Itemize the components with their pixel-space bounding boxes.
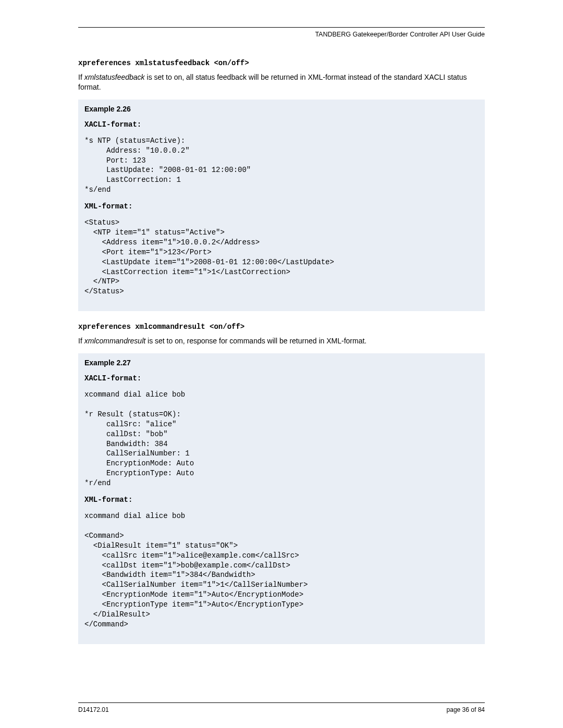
page-header: TANDBERG Gatekeeper/Border Controller AP… (78, 31, 485, 38)
footer-doc-id: D14172.01 (78, 706, 109, 713)
footer-page-number: page 36 of 84 (447, 706, 485, 713)
example-26-title: Example 2.26 (84, 105, 479, 113)
paragraph-2: If xmlcommandresult is set to on, respon… (78, 336, 485, 346)
example-27-xacli-code: xcommand dial alice bob *r Result (statu… (84, 390, 479, 488)
paragraph-2-suffix: is set to on, response for commands will… (145, 337, 366, 345)
paragraph-1-italic: xmlstatusfeedback (84, 73, 145, 81)
example-27-title: Example 2.27 (84, 359, 479, 367)
header-rule (78, 27, 485, 28)
example-27-box: Example 2.27 XACLI-format: xcommand dial… (78, 353, 485, 644)
page-container: TANDBERG Gatekeeper/Border Controller AP… (0, 0, 563, 728)
paragraph-1-prefix: If (78, 73, 84, 81)
example-26-box: Example 2.26 XACLI-format: *s NTP (statu… (78, 100, 485, 311)
example-26-xml-label: XML-format: (84, 202, 479, 211)
example-26-xml-code: <Status> <NTP item="1" status="Active"> … (84, 218, 479, 297)
command-heading-2: xpreferences xmlcommandresult <on/off> (78, 323, 485, 331)
doc-title: TANDBERG Gatekeeper/Border Controller AP… (315, 31, 485, 38)
example-26-xacli-label: XACLI-format: (84, 120, 479, 129)
command-heading-1: xpreferences xmlstatusfeedback <on/off> (78, 59, 485, 67)
paragraph-2-italic: xmlcommandresult (84, 337, 145, 345)
example-27-xml-code: xcommand dial alice bob <Command> <DialR… (84, 511, 479, 630)
example-27-xacli-label: XACLI-format: (84, 374, 479, 382)
page-footer: D14172.01 page 36 of 84 (78, 706, 485, 713)
paragraph-2-prefix: If (78, 337, 84, 345)
example-26-xacli-code: *s NTP (status=Active): Address: "10.0.0… (84, 136, 479, 195)
example-27-xml-label: XML-format: (84, 496, 479, 504)
footer-rule: D14172.01 page 36 of 84 (78, 702, 485, 713)
paragraph-1: If xmlstatusfeedback is set to on, all s… (78, 72, 485, 92)
